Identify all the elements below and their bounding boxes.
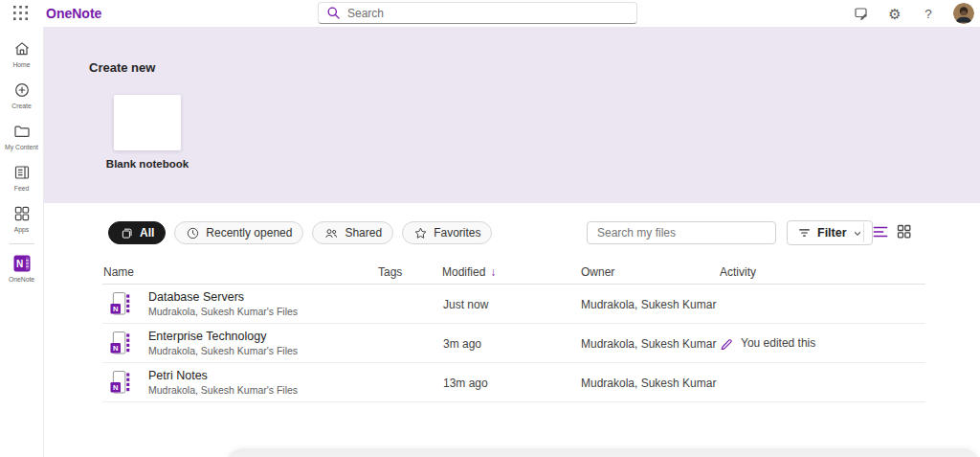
header-actions: ⚙ ? — [853, 0, 974, 27]
people-icon — [323, 226, 339, 240]
sidebar-item-label: OneNote — [9, 276, 34, 283]
left-nav-rail: Home Create My Content Feed Apps N — [0, 27, 44, 457]
svg-text:N: N — [15, 259, 22, 269]
file-modified: 13m ago — [443, 377, 488, 390]
toolbar-divider — [863, 223, 864, 242]
pill-label: Shared — [345, 226, 382, 240]
sidebar-item-onenote[interactable]: N OneNote — [0, 248, 44, 289]
help-button[interactable]: ? — [920, 5, 937, 22]
main-content: Create new Blank notebook All Recently o… — [44, 27, 980, 457]
list-view-button[interactable] — [871, 223, 890, 242]
apps-grid-icon — [12, 204, 32, 223]
feed-icon — [12, 163, 32, 182]
feedback-button[interactable] — [853, 5, 870, 22]
filter-label: Filter — [817, 226, 847, 240]
svg-text:N: N — [113, 344, 119, 353]
sidebar-item-label: My Content — [5, 144, 38, 150]
sidebar-item-label: Apps — [14, 226, 30, 233]
plus-circle-icon — [12, 80, 32, 100]
filter-icon — [797, 226, 812, 240]
pill-all[interactable]: All — [108, 221, 166, 244]
global-search-input[interactable] — [347, 7, 629, 20]
sidebar-item-label: Home — [12, 61, 30, 68]
table-row[interactable]: N Database Servers Mudrakola, Sukesh Kum… — [102, 285, 925, 324]
list-view-icon — [872, 223, 889, 240]
onenote-app-icon: N — [12, 254, 32, 273]
sort-descending-icon: ↓ — [490, 265, 496, 279]
sidebar-item-apps[interactable]: Apps — [0, 198, 44, 240]
column-header-modified[interactable]: Modified ↓ — [442, 265, 496, 279]
pencil-icon — [720, 335, 734, 350]
column-header-name[interactable]: Name — [103, 265, 134, 279]
top-app-bar: OneNote ⚙ ? — [0, 0, 980, 27]
file-location: Mudrakola, Sukesh Kumar's Files — [148, 384, 298, 396]
avatar-photo-icon — [953, 3, 974, 24]
global-search-box[interactable] — [318, 2, 637, 24]
rail-divider — [10, 243, 34, 244]
app-launcher-icon[interactable] — [11, 5, 30, 23]
notebook-icon: N — [110, 370, 131, 396]
pill-label: Favorites — [434, 226, 480, 240]
settings-button[interactable]: ⚙ — [886, 5, 903, 22]
table-header: Name Tags Modified ↓ Owner Activity — [102, 263, 925, 284]
grid-view-icon — [896, 223, 912, 240]
blank-notebook-label: Blank notebook — [76, 158, 219, 170]
chevron-down-icon — [853, 229, 862, 238]
file-modified: Just now — [443, 298, 488, 311]
help-icon: ? — [924, 7, 932, 21]
create-new-section: Create new Blank notebook — [44, 27, 980, 203]
column-header-tags[interactable]: Tags — [378, 265, 402, 279]
pill-recently-opened[interactable]: Recently opened — [174, 221, 303, 244]
activity-text: You edited this — [741, 336, 815, 350]
table-row[interactable]: N Petri Notes Mudrakola, Sukesh Kumar's … — [102, 363, 925, 402]
sidebar-item-label: Create — [11, 103, 31, 109]
sidebar-item-label: Feed — [14, 185, 30, 192]
pill-label: Recently opened — [206, 226, 292, 240]
file-name: Petri Notes — [148, 369, 208, 382]
blank-notebook-card[interactable] — [114, 95, 181, 150]
account-avatar[interactable] — [953, 3, 974, 24]
file-filter-pills: All Recently opened Shared Favorites — [108, 221, 492, 244]
file-location: Mudrakola, Sukesh Kumar's Files — [148, 345, 298, 356]
notebook-icon: N — [110, 291, 131, 317]
files-table: Name Tags Modified ↓ Owner Activity N Da… — [102, 263, 925, 402]
file-location: Mudrakola, Sukesh Kumar's Files — [148, 306, 298, 317]
pill-favorites[interactable]: Favorites — [402, 221, 492, 244]
file-name: Enterprise Technology — [148, 330, 266, 343]
column-header-activity[interactable]: Activity — [720, 265, 756, 279]
svg-text:N: N — [113, 305, 119, 313]
filter-button[interactable]: Filter — [787, 220, 873, 245]
sidebar-item-feed[interactable]: Feed — [0, 157, 44, 198]
app-title[interactable]: OneNote — [46, 6, 101, 21]
file-activity: You edited this — [720, 335, 815, 350]
pill-shared[interactable]: Shared — [312, 221, 393, 244]
bottom-panel-edge — [226, 448, 980, 457]
svg-text:N: N — [113, 383, 119, 392]
sidebar-item-create[interactable]: Create — [0, 75, 44, 116]
file-name: Database Servers — [148, 290, 244, 304]
pill-label: All — [140, 226, 154, 240]
notebook-icon: N — [110, 331, 131, 356]
folder-icon — [12, 122, 32, 141]
clock-icon — [186, 226, 200, 240]
star-icon — [413, 226, 428, 240]
file-modified: 3m ago — [443, 337, 481, 351]
section-title: Create new — [89, 60, 155, 75]
table-row[interactable]: N Enterprise Technology Mudrakola, Sukes… — [102, 324, 925, 363]
waffle-icon — [12, 5, 29, 21]
file-owner: Mudrakola, Sukesh Kumar — [581, 337, 716, 351]
feedback-icon — [854, 6, 869, 21]
home-icon — [12, 39, 32, 58]
sidebar-item-home[interactable]: Home — [0, 34, 44, 75]
search-my-files-input[interactable] — [587, 221, 776, 244]
file-owner: Mudrakola, Sukesh Kumar — [581, 377, 716, 390]
grid-view-button[interactable] — [894, 223, 913, 242]
gear-icon: ⚙ — [888, 7, 901, 21]
sidebar-item-my-content[interactable]: My Content — [0, 116, 44, 157]
stack-icon — [120, 226, 134, 240]
search-icon — [326, 6, 341, 20]
file-owner: Mudrakola, Sukesh Kumar — [581, 298, 716, 311]
column-header-owner[interactable]: Owner — [581, 265, 614, 279]
